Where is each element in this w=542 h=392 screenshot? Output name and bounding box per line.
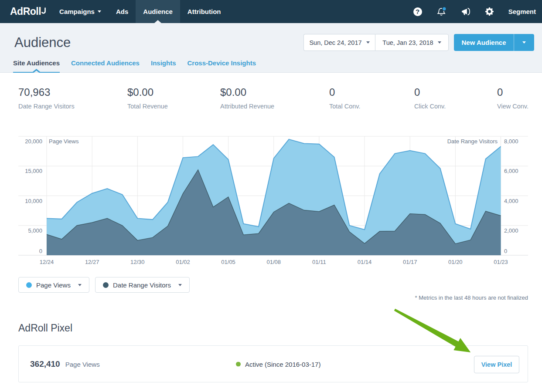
svg-text:2,000: 2,000 (504, 227, 518, 234)
adroll-pixel-card: 362,410 Page Views Active (Since 2016-03… (18, 345, 528, 382)
gear-icon (485, 7, 494, 16)
nav-ads[interactable]: Ads (109, 0, 136, 23)
new-audience-button[interactable]: New Audience (454, 34, 514, 51)
stat-label: Click Conv. (414, 103, 446, 110)
nav-attribution[interactable]: Attribution (180, 0, 228, 23)
svg-text:8,000: 8,000 (504, 138, 518, 145)
date-range-visitors-dot-icon (103, 282, 109, 288)
svg-text:Date Range Visitors: Date Range Visitors (447, 138, 498, 145)
start-date-dropdown[interactable]: Sun, Dec 24, 2017 (303, 34, 375, 51)
stat-total-conv: 0Total Conv. (329, 86, 360, 110)
chevron-down-icon (438, 41, 441, 44)
metrics-footnote: * Metrics in the last 48 hours are not f… (415, 294, 528, 301)
svg-text:12/24: 12/24 (40, 259, 54, 265)
svg-text:01/11: 01/11 (312, 259, 326, 265)
page-header: Audience Sun, Dec 24, 2017 Tue, Jan 23, … (0, 23, 542, 73)
stat-date-range-visitors: 70,963Date Range Visitors (18, 86, 75, 110)
new-audience-dropdown-toggle[interactable] (514, 34, 534, 51)
stat-value: 0 (329, 86, 360, 98)
nav-audience[interactable]: Audience (136, 0, 180, 23)
status-dot-icon (236, 362, 241, 366)
top-navbar: AdRoll Campaigns Ads Audience Attributio… (0, 0, 542, 23)
chevron-down-icon (366, 41, 370, 44)
tab-site-audiences-label: Site Audiences (13, 59, 60, 67)
svg-text:01/05: 01/05 (221, 259, 235, 265)
legend-date-range-visitors-dropdown[interactable]: Date Range Visitors (95, 277, 190, 293)
stat-view-conv: 0View Conv. (497, 86, 528, 110)
end-date-value: Tue, Jan 23, 2018 (382, 39, 433, 46)
adroll-logo[interactable]: AdRoll (0, 0, 52, 23)
stat-label: Attributed Revenue (220, 103, 274, 110)
pixel-status: Active (Since 2016-03-17) (236, 360, 320, 368)
pixel-status-text: Active (Since 2016-03-17) (245, 360, 320, 368)
adroll-logo-swoosh-icon (41, 7, 46, 15)
tab-insights[interactable]: Insights (151, 58, 176, 72)
svg-text:0: 0 (504, 248, 507, 254)
segment-link[interactable]: Segment (508, 8, 536, 15)
tab-connected-audiences[interactable]: Connected Audiences (71, 58, 140, 72)
area-chart: 05,00010,00015,00020,00002,0004,0006,000… (0, 132, 542, 269)
end-date-dropdown[interactable]: Tue, Jan 23, 2018 (375, 34, 449, 51)
adroll-logo-text: AdRoll (10, 6, 41, 17)
summary-stats: 70,963Date Range Visitors $0.00Total Rev… (0, 73, 542, 131)
nav-campaigns-label: Campaigns (59, 8, 95, 15)
tab-cross-device-insights-label: Cross-Device Insights (187, 59, 256, 67)
svg-text:12/27: 12/27 (85, 259, 99, 265)
nav-ads-label: Ads (116, 8, 128, 15)
stat-value: $0.00 (127, 86, 168, 98)
stat-value: 0 (497, 86, 528, 98)
stat-label: Total Revenue (127, 103, 168, 110)
svg-text:01/02: 01/02 (176, 259, 190, 265)
legend-label: Date Range Visitors (113, 281, 171, 289)
stat-label: View Conv. (497, 103, 528, 110)
svg-text:15,000: 15,000 (25, 168, 42, 174)
stat-click-conv: 0Click Conv. (414, 86, 446, 110)
tab-site-audiences[interactable]: Site Audiences (13, 58, 60, 72)
notifications-bell-icon[interactable] (436, 7, 447, 17)
audience-tabs: Site Audiences Connected Audiences Insig… (13, 58, 256, 72)
chevron-down-icon (522, 41, 526, 44)
legend-label: Page Views (36, 281, 71, 289)
legend-page-views-dropdown[interactable]: Page Views (18, 277, 89, 293)
pixel-page-views-label: Page Views (65, 361, 100, 368)
stat-value: 70,963 (18, 86, 75, 98)
help-glyph: ? (413, 7, 422, 16)
help-icon[interactable]: ? (412, 7, 423, 17)
adroll-pixel-title: AdRoll Pixel (18, 322, 72, 334)
page-title: Audience (14, 35, 71, 51)
view-pixel-button[interactable]: View Pixel (474, 356, 519, 373)
tab-insights-label: Insights (151, 59, 176, 67)
announcements-megaphone-icon[interactable] (460, 7, 471, 17)
settings-gear-icon[interactable] (484, 7, 495, 17)
svg-text:01/17: 01/17 (403, 259, 417, 265)
tab-cross-device-insights[interactable]: Cross-Device Insights (187, 58, 256, 72)
pixel-page-views: 362,410 Page Views (30, 359, 100, 369)
stat-label: Total Conv. (329, 103, 360, 110)
nav-audience-label: Audience (143, 8, 173, 15)
pixel-page-views-value: 362,410 (30, 359, 60, 369)
svg-text:5,000: 5,000 (28, 227, 42, 234)
svg-text:01/14: 01/14 (358, 259, 372, 265)
notification-badge (442, 7, 446, 10)
megaphone-icon (460, 6, 471, 17)
svg-text:10,000: 10,000 (25, 198, 42, 204)
svg-text:01/23: 01/23 (494, 259, 508, 265)
bell-icon (436, 6, 447, 17)
stat-label: Date Range Visitors (18, 103, 75, 110)
stat-attributed-revenue: $0.00Attributed Revenue (220, 86, 274, 110)
new-audience-split-button: New Audience (454, 34, 534, 51)
chevron-down-icon (98, 10, 101, 13)
chevron-down-icon (78, 284, 82, 286)
svg-text:01/20: 01/20 (448, 259, 463, 265)
svg-text:01/08: 01/08 (266, 259, 281, 265)
nav-campaigns[interactable]: Campaigns (52, 0, 109, 23)
nav-attribution-label: Attribution (187, 8, 221, 15)
start-date-value: Sun, Dec 24, 2017 (309, 39, 361, 46)
stat-total-revenue: $0.00Total Revenue (127, 86, 168, 110)
svg-text:20,000: 20,000 (25, 138, 42, 145)
chart-legend: Page Views Date Range Visitors (18, 277, 190, 293)
svg-text:4,000: 4,000 (504, 198, 518, 204)
tab-connected-audiences-label: Connected Audiences (71, 59, 140, 67)
svg-text:Page Views: Page Views (49, 138, 79, 145)
page-views-dot-icon (26, 282, 32, 288)
